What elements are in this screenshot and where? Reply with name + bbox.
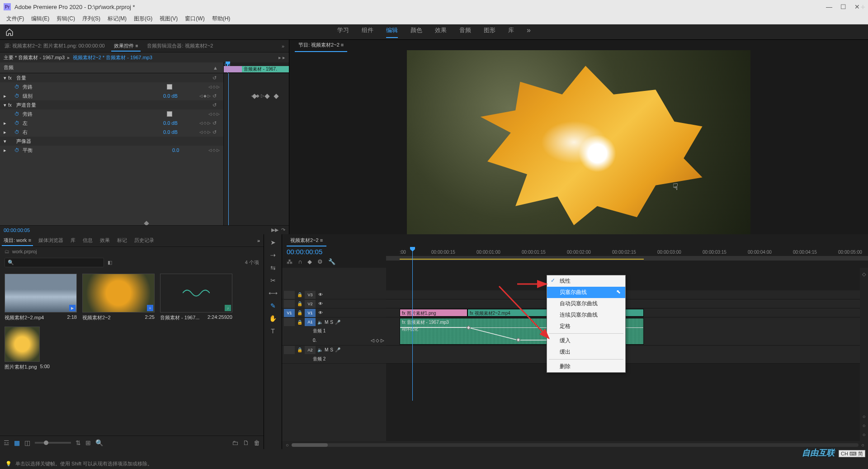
workspace-assembly[interactable]: 组件	[362, 26, 373, 38]
track-header-a1[interactable]: 🔒A1🔈MS🎤 音频 1 0.◁ ◇ ▷	[282, 317, 386, 346]
clip-v1-image[interactable]: fx 图片素材1.png	[400, 309, 467, 317]
ec-channel-right[interactable]: ▸⏱ 右 0.0 dB ◁◇▷ ↺	[0, 128, 223, 137]
tab-effect-controls[interactable]: 效果控件≡	[109, 41, 143, 51]
menu-bar[interactable]: 文件(F) 编辑(E) 剪辑(C) 序列(S) 标记(M) 图形(G) 视图(V…	[0, 14, 868, 24]
timeline-timecode[interactable]: 00:00:00:05	[287, 248, 382, 256]
ec-channel-section[interactable]: ▾fx 声道音量 ↺	[0, 100, 223, 109]
auto-seq-icon[interactable]: ⊞	[85, 439, 91, 446]
tab-markers[interactable]: 标记	[113, 235, 131, 246]
project-item[interactable]: ≡ 视频素材2~22:25	[82, 274, 155, 321]
workspace-color[interactable]: 颜色	[410, 26, 422, 38]
track-header-v2[interactable]: 🔒V2👁	[282, 299, 386, 308]
ec-play-icon[interactable]: ▶▶	[271, 227, 278, 233]
workspace-libraries[interactable]: 库	[508, 26, 514, 38]
zoom-slider[interactable]	[35, 442, 71, 444]
minimize-button[interactable]: —	[826, 3, 832, 10]
menu-graphics[interactable]: 图形(G)	[131, 14, 155, 24]
maximize-button[interactable]: ☐	[840, 3, 846, 10]
menu-file[interactable]: 文件(F)	[4, 14, 27, 24]
project-item[interactable]: ▶ 视频素材2~2.mp42:18	[5, 274, 77, 321]
ec-loop-icon[interactable]: ↷	[281, 227, 285, 233]
menu-sequence[interactable]: 序列(S)	[80, 14, 103, 24]
program-monitor[interactable]: ☟	[289, 50, 868, 245]
snap-icon[interactable]: ⁂	[287, 258, 292, 265]
workspace-effects[interactable]: 效果	[435, 26, 447, 38]
tab-project[interactable]: 项目: work ≡	[0, 235, 35, 246]
tab-source[interactable]: 源: 视频素材2~2: 图片素材1.png: 00:00:00:00	[0, 41, 109, 51]
new-bin-icon[interactable]: 🗀	[232, 439, 238, 446]
workspace-overflow[interactable]: »	[527, 26, 531, 38]
type-tool-icon[interactable]: T	[271, 327, 275, 335]
ec-volume-level[interactable]: ▸⏱ 级别 0.0 dB ◁◆▷ ↺	[0, 91, 223, 100]
track-header-v1[interactable]: V1🔒V1👁	[282, 308, 386, 317]
workspace-graphics[interactable]: 图形	[484, 26, 495, 38]
project-item[interactable]: ♪ 音频素材 - 1967...2:24:25920	[160, 274, 232, 321]
wrench-icon[interactable]: 🔧	[328, 258, 335, 265]
project-search[interactable]: 🔍	[5, 258, 104, 267]
new-item-icon[interactable]: 🗋	[243, 439, 249, 446]
checkbox-icon[interactable]	[167, 84, 172, 90]
tab-media-browser[interactable]: 媒体浏览器	[35, 235, 67, 246]
menu-help[interactable]: 帮助(H)	[209, 14, 233, 24]
ec-mini-timeline[interactable]: :00 音频素材 - 1967.	[224, 62, 289, 73]
menu-edit[interactable]: 编辑(E)	[28, 14, 52, 24]
program-tab[interactable]: 节目: 视频素材2~2 ≡	[295, 40, 347, 50]
tab-history[interactable]: 历史记录	[131, 235, 158, 246]
tab-libraries[interactable]: 库	[67, 235, 79, 246]
hand-tool-icon[interactable]: ✋	[269, 315, 277, 322]
add-button-icon[interactable]: +	[860, 3, 865, 12]
menu-clip[interactable]: 剪辑(C)	[54, 14, 78, 24]
selection-tool-icon[interactable]: ➤	[270, 239, 276, 246]
menu-continuous-bezier[interactable]: 连续贝塞尔曲线	[547, 309, 625, 321]
project-item[interactable]: 图片素材1.png5:00	[5, 327, 50, 370]
ec-volume-bypass[interactable]: ⏱ 旁路 ◁◇▷	[0, 82, 223, 91]
timeline-sequence-tab[interactable]: 视频素材2~2 ≡	[287, 236, 326, 245]
ec-panner-balance[interactable]: ▸⏱ 平衡 0.0 ◁◇▷	[0, 146, 223, 155]
freeform-view-icon[interactable]: ◫	[24, 439, 30, 446]
tab-info[interactable]: 信息	[79, 235, 96, 246]
link-icon[interactable]: ∩	[298, 258, 302, 265]
ime-indicator[interactable]: CH ⌨ 简	[839, 450, 865, 457]
timeline-hscroll[interactable]: ○ ○	[282, 441, 868, 449]
ec-volume-section[interactable]: ▾fx 音量 ↺	[0, 73, 223, 82]
ec-timecode[interactable]: 00:00:00:05	[4, 227, 30, 233]
workspace-editing[interactable]: 编辑	[386, 26, 398, 38]
proj-tabs-overflow[interactable]: »	[254, 238, 264, 243]
ec-channel-left[interactable]: ▸⏱ 左 0.0 dB ◁◇▷ ↺	[0, 118, 223, 128]
close-button[interactable]: ✕	[854, 3, 860, 10]
tab-audio-mixer[interactable]: 音频剪辑混合器: 视频素材2~2	[142, 41, 217, 51]
menu-ease-in[interactable]: 缓入	[547, 335, 625, 346]
menu-hold[interactable]: 定格	[547, 321, 625, 332]
menu-marker[interactable]: 标记(M)	[105, 14, 129, 24]
tab-effects[interactable]: 效果	[96, 235, 113, 246]
menu-linear[interactable]: 线性	[547, 275, 625, 287]
timeline-ruler[interactable]: :00 00:00:00:15 00:00:01:00 00:00:01:15 …	[386, 246, 868, 268]
find-icon[interactable]: 🔍	[95, 439, 103, 446]
pen-tool-icon[interactable]: ✎	[270, 302, 276, 309]
workspace-audio[interactable]: 音频	[459, 26, 471, 38]
home-icon[interactable]	[5, 28, 14, 36]
tl-settings-icon[interactable]: ⚙	[317, 258, 323, 265]
sort-icon[interactable]: ⇅	[75, 439, 81, 446]
timeline-playhead[interactable]	[412, 247, 413, 401]
reset-icon[interactable]: ↺	[212, 75, 222, 81]
menu-window[interactable]: 窗口(W)	[182, 14, 207, 24]
menu-auto-bezier[interactable]: 自动贝塞尔曲线	[547, 298, 625, 309]
filter-icon[interactable]: ◧	[108, 260, 112, 265]
icon-view-icon[interactable]: ▦	[14, 439, 20, 446]
slip-tool-icon[interactable]: ⟷	[269, 289, 278, 297]
ec-channel-bypass[interactable]: ⏱ 旁路 ◁◇▷	[0, 109, 223, 118]
source-tabs-overflow[interactable]: »	[277, 42, 289, 51]
workspace-learn[interactable]: 学习	[337, 26, 349, 38]
ec-keyframe-area[interactable]: ◁ ◆ ▷	[224, 73, 289, 225]
add-marker-icon[interactable]: ◆	[307, 258, 312, 265]
menu-ease-out[interactable]: 缓出	[547, 346, 625, 358]
list-view-icon[interactable]: ☲	[4, 439, 9, 446]
menu-delete[interactable]: 删除	[547, 361, 625, 372]
ripple-tool-icon[interactable]: ⇆	[270, 264, 276, 271]
menu-bezier[interactable]: 贝塞尔曲线⬉	[547, 287, 625, 298]
ec-panner-section[interactable]: ▾ 声像器	[0, 137, 223, 146]
track-header-a2[interactable]: 🔒A2🔈MS🎤 音频 2	[282, 346, 386, 364]
track-select-tool-icon[interactable]: ⇢	[270, 251, 276, 259]
menu-view[interactable]: 视图(V)	[157, 14, 180, 24]
